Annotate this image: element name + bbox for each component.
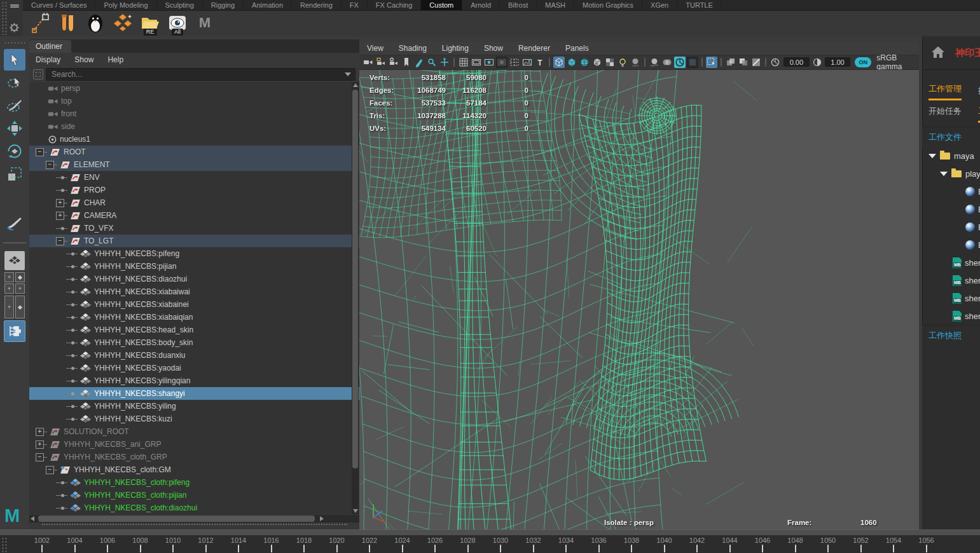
outliner-item-yhhyh-nkecbs-xiabaiwai[interactable]: YHHYH_NKECBS:xiabaiwai bbox=[29, 285, 359, 298]
scroll-thumb-horizontal[interactable] bbox=[38, 515, 315, 522]
task-tab-[interactable]: 开始任务 bbox=[928, 106, 962, 123]
outliner-item-env[interactable]: ENV bbox=[29, 171, 359, 184]
vertical-scrollbar[interactable] bbox=[352, 82, 359, 514]
shelf-drag-grip[interactable] bbox=[1, 1, 8, 35]
layout-two-pane-button[interactable]: + ◆ bbox=[4, 296, 25, 318]
dolly-icon[interactable] bbox=[439, 57, 450, 68]
colorspace-dropdown[interactable]: sRGB gamma bbox=[876, 53, 919, 71]
select-tool-button[interactable] bbox=[4, 49, 25, 71]
episode-item-1[interactable]: E bbox=[922, 200, 980, 218]
gate-mask-icon[interactable] bbox=[496, 57, 507, 68]
outliner-item-yhhyh-nkecbs-cloth-pifeng[interactable]: YHHYH_NKECBS_cloth:pifeng bbox=[29, 476, 359, 489]
outliner-menu-help[interactable]: Help bbox=[107, 55, 123, 64]
outliner-item-yhhyh-nkecbs-duanxiu[interactable]: YHHYH_NKECBS:duanxiu bbox=[29, 349, 359, 362]
layout-cell[interactable]: + bbox=[4, 283, 14, 294]
rotate-tool-button[interactable] bbox=[4, 140, 25, 162]
outliner-item-yhhyh-nkecbs-yaodai[interactable]: YHHYH_NKECBS:yaodai bbox=[29, 362, 359, 374]
xray-joints-icon[interactable] bbox=[750, 57, 762, 68]
episode-item-3[interactable]: E bbox=[922, 236, 980, 254]
wireframe-render[interactable] bbox=[359, 70, 919, 530]
collapse-icon[interactable]: − bbox=[36, 453, 44, 461]
screen-space-ao-icon[interactable] bbox=[649, 57, 660, 68]
expand-icon[interactable]: + bbox=[36, 428, 44, 436]
shelf-tab-animation[interactable]: Animation bbox=[244, 0, 292, 10]
xray-active-icon[interactable] bbox=[738, 57, 749, 68]
exposure-icon[interactable] bbox=[770, 57, 781, 68]
outliner-item-top[interactable]: top bbox=[29, 95, 359, 107]
shelf-tab-motion-graphics[interactable]: Motion Graphics bbox=[574, 0, 642, 10]
outliner-item-prop[interactable]: PROP bbox=[29, 184, 359, 196]
motion-blur-icon[interactable] bbox=[661, 57, 673, 68]
outliner-item-yhhyh-nkecbs-ani-grp[interactable]: +YHHYH_NKECBS_ani_GRP bbox=[29, 438, 359, 451]
image-plane-icon[interactable] bbox=[521, 57, 533, 68]
lasso-select-tool-button[interactable] bbox=[4, 72, 25, 93]
shelf-tab-turtle[interactable]: TURTLE bbox=[677, 0, 722, 10]
outliner-item-root[interactable]: −ROOT bbox=[29, 146, 359, 158]
camera-icon[interactable] bbox=[362, 57, 374, 68]
textured-mode-icon[interactable] bbox=[591, 57, 603, 68]
outliner-menu-display[interactable]: Display bbox=[36, 55, 60, 64]
scroll-down-arrow[interactable] bbox=[353, 509, 358, 513]
outliner-item-yhhyh-nkecbs-shangyi[interactable]: YHHYH_NKECBS:shangyi bbox=[29, 387, 359, 400]
layout-cell[interactable]: + bbox=[4, 272, 14, 282]
shelf-tab-rigging[interactable]: Rigging bbox=[203, 0, 244, 10]
gear-icon[interactable] bbox=[10, 23, 19, 32]
shelf-tab-fx-caching[interactable]: FX Caching bbox=[368, 0, 421, 10]
viewport-menu-panels[interactable]: Panels bbox=[565, 44, 589, 53]
triangle-down-icon[interactable] bbox=[940, 172, 948, 176]
layout-cell[interactable]: ◆ bbox=[15, 272, 25, 282]
outliner-item-yhhyh-nkecbs-head-skin[interactable]: YHHYH_NKECBS:head_skin bbox=[29, 324, 359, 336]
pan-zoom-icon[interactable] bbox=[426, 57, 438, 68]
shelf-tab-rendering[interactable]: Rendering bbox=[292, 0, 342, 10]
shelf-menu-icon[interactable] bbox=[10, 4, 19, 9]
outliner-item-char[interactable]: +CHAR bbox=[29, 196, 359, 209]
expand-icon[interactable]: + bbox=[36, 440, 44, 449]
shelf-button-mash-diamonds-icon[interactable] bbox=[111, 11, 134, 36]
shelf-tab-arnold[interactable]: Arnold bbox=[462, 0, 500, 10]
episode-item-2[interactable]: E bbox=[922, 218, 980, 236]
viewport-menu-shading[interactable]: Shading bbox=[399, 44, 427, 53]
film-gate-icon[interactable] bbox=[471, 57, 482, 68]
shelf-button-open-folder-icon[interactable]: RE bbox=[139, 11, 162, 36]
horizontal-scrollbar[interactable] bbox=[29, 515, 359, 522]
color-management-on-badge[interactable]: ON bbox=[855, 57, 871, 67]
shelf-tab-fx[interactable]: FX bbox=[342, 0, 368, 10]
layout-outliner-persp-button[interactable] bbox=[4, 320, 25, 342]
shelf-button-python-penguin-icon[interactable] bbox=[84, 11, 107, 36]
outliner-item-front[interactable]: front bbox=[29, 107, 359, 120]
outliner-item-yhhyh-nkecbs-kuzi[interactable]: YHHYH_NKECBS:kuzi bbox=[29, 413, 359, 425]
shelf-tab-sculpting[interactable]: Sculpting bbox=[157, 0, 203, 10]
grease-pencil-icon[interactable] bbox=[413, 57, 425, 68]
maya-file-item-0[interactable]: MBsheny bbox=[922, 254, 980, 271]
shelf-tab-mash[interactable]: MASH bbox=[537, 0, 574, 10]
layout-pane[interactable]: ◆ bbox=[15, 296, 25, 318]
viewport-menu-show[interactable]: Show bbox=[484, 44, 503, 53]
outliner-item-yhhyh-nkecbs-cloth-grp[interactable]: −YHHYH_NKECBS_cloth_GRP bbox=[29, 451, 359, 463]
outliner-item-to-vfx[interactable]: TO_VFX bbox=[29, 222, 359, 235]
paint-select-tool-button[interactable] bbox=[4, 95, 25, 116]
outliner-item-yhhyh-nkecbs-xiabaiqian[interactable]: YHHYH_NKECBS:xiabaiqian bbox=[29, 311, 359, 324]
shelf-button-orange-brush-icon[interactable] bbox=[57, 11, 79, 36]
maya-file-item-2[interactable]: MBsheny bbox=[922, 289, 980, 307]
maya-file-item-1[interactable]: MBsheny bbox=[922, 271, 980, 289]
outliner-item-yhhyh-nkecbs-xiabainei[interactable]: YHHYH_NKECBS:xiabainei bbox=[29, 298, 359, 311]
outliner-item-yhhyh-nkecbs-yilingqian[interactable]: YHHYH_NKECBS:yilingqian bbox=[29, 374, 359, 387]
hud-icon[interactable]: T bbox=[534, 57, 546, 68]
outliner-menu-show[interactable]: Show bbox=[74, 55, 93, 64]
contrast-icon[interactable] bbox=[812, 57, 822, 68]
time-slider[interactable]: 1002100410061008101010121014101610181020… bbox=[0, 535, 980, 553]
timeline-grip[interactable] bbox=[1, 537, 8, 552]
move-tool-button[interactable] bbox=[4, 118, 25, 139]
lights-icon[interactable] bbox=[617, 57, 628, 68]
triangle-down-icon[interactable] bbox=[928, 154, 936, 158]
layout-pane[interactable]: + bbox=[4, 296, 14, 318]
outliner-item-camera[interactable]: +CAMERA bbox=[29, 209, 359, 222]
shelf-button-eye-visibility-icon[interactable]: All bbox=[166, 11, 189, 36]
gamma-field[interactable]: 1.00 bbox=[825, 57, 851, 67]
resolution-gate-icon[interactable] bbox=[483, 57, 495, 68]
outliner-item-yhhyh-nkecbs-body-skin[interactable]: YHHYH_NKECBS:body_skin bbox=[29, 336, 359, 349]
folder-row-playb[interactable]: playb bbox=[922, 165, 980, 182]
scroll-thumb[interactable] bbox=[352, 90, 358, 468]
outliner-item-yhhyh-nkecbs-cloth-pijian[interactable]: YHHYH_NKECBS_cloth:pijian bbox=[29, 489, 359, 502]
outliner-item-yhhyh-nkecbs-cloth-diaozhui[interactable]: YHHYH_NKECBS_cloth:diaozhui bbox=[29, 502, 359, 514]
